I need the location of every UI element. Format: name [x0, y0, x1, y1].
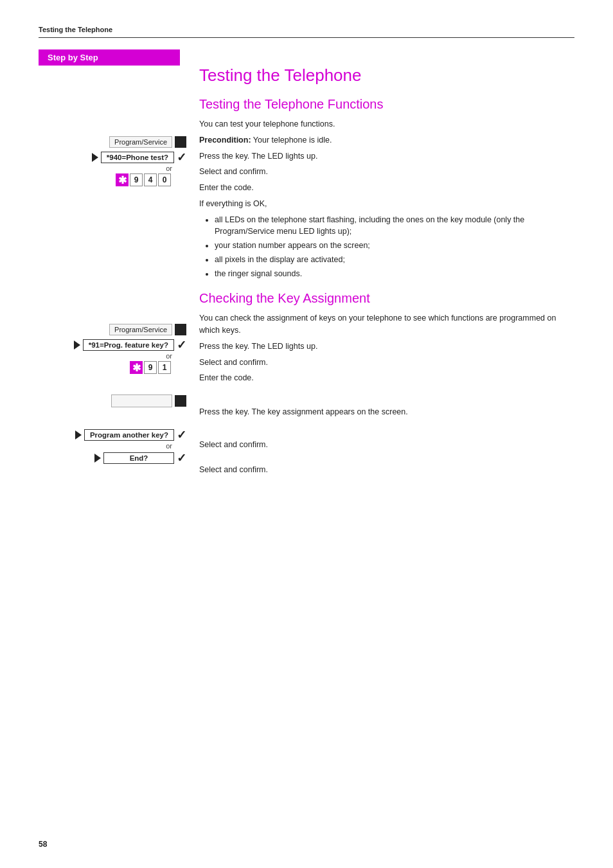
menu-button-940[interactable]: *940=Phone test? — [101, 152, 174, 163]
program-service-button-1[interactable]: Program/Service — [109, 136, 172, 148]
main-layout: Program/Service *940=Phone test? ✓ or ✱ … — [39, 66, 574, 479]
precondition-text: Your telephone is idle. — [253, 136, 332, 145]
right-column: Testing the Telephone Testing the Teleph… — [186, 66, 574, 479]
or-line-2: or — [39, 352, 186, 360]
program-service-row-1: Program/Service — [39, 136, 186, 148]
sub-title-1: Testing the Telephone Functions — [199, 97, 574, 112]
instruction-select-2: Select and confirm. — [199, 357, 574, 369]
end-row: End? ✓ — [39, 451, 186, 465]
menu-button-91[interactable]: *91=Prog. feature key? — [83, 339, 174, 351]
precondition-label: Precondition: — [199, 136, 251, 145]
menu-button-end[interactable]: End? — [103, 452, 174, 464]
check-940: ✓ — [177, 150, 186, 164]
check-91: ✓ — [177, 338, 186, 352]
code-box-0: 0 — [158, 173, 171, 186]
intro-1: You can test your telephone functions. — [199, 118, 574, 130]
led-indicator-3 — [175, 395, 186, 407]
blank-key-box[interactable] — [111, 394, 172, 407]
step-by-step-banner: Step by Step — [39, 49, 180, 66]
bullet-2: your station number appears on the scree… — [215, 240, 574, 252]
menu-button-prog-another[interactable]: Program another key? — [84, 429, 174, 441]
bullet-4: the ringer signal sounds. — [215, 268, 574, 280]
instruction-select-end: Select and confirm. — [199, 464, 574, 476]
sub-title-2: Checking the Key Assignment — [199, 291, 574, 306]
page-header: Testing the Telephone — [39, 26, 574, 38]
led-indicator-2 — [175, 324, 186, 335]
page-number: 58 — [39, 840, 47, 849]
code-box-1: 1 — [158, 361, 171, 374]
page-wrapper: Testing the Telephone Step by Step Progr… — [0, 0, 613, 868]
check-end: ✓ — [177, 451, 186, 465]
code-row-91: ✱ 9 1 — [39, 361, 186, 374]
arrow-940-row: *940=Phone test? ✓ — [39, 150, 186, 164]
arrow-91 — [74, 341, 80, 350]
or-line-3: or — [39, 442, 186, 450]
ok-bullets: all LEDs on the telephone start flashing… — [215, 214, 574, 280]
instruction-press-1: Press the key. The LED lights up. — [199, 150, 574, 163]
program-service-button-2[interactable]: Program/Service — [109, 324, 172, 335]
program-service-row-2: Program/Service — [39, 324, 186, 335]
bullet-3: all pixels in the display are activated; — [215, 254, 574, 266]
instruction-press-key: Press the key. The key assignment appear… — [199, 406, 574, 418]
instruction-enter-code-1: Enter the code. — [199, 182, 574, 194]
led-indicator-1 — [175, 136, 186, 148]
blank-key-row — [39, 394, 186, 407]
main-title: Testing the Telephone — [199, 66, 574, 85]
instruction-press-2: Press the key. The LED lights up. — [199, 341, 574, 353]
or-line-1: or — [39, 164, 186, 172]
checking-section: Checking the Key Assignment You can chec… — [199, 291, 574, 475]
instruction-enter-code-2: Enter the code. — [199, 372, 574, 384]
program-another-key-row: Program another key? ✓ — [39, 428, 186, 442]
if-ok: If everything is OK, — [199, 198, 574, 210]
check-prog-another: ✓ — [177, 428, 186, 442]
precondition: Precondition: Your telephone is idle. — [199, 134, 574, 146]
code-box-asterisk-1: ✱ — [116, 173, 129, 186]
code-box-9-2: 9 — [144, 361, 157, 374]
arrow-91-row: *91=Prog. feature key? ✓ — [39, 338, 186, 352]
arrow-end — [94, 454, 101, 463]
instruction-select-prog: Select and confirm. — [199, 439, 574, 451]
code-box-asterisk-2: ✱ — [130, 361, 143, 374]
arrow-940 — [92, 153, 98, 162]
code-box-4: 4 — [144, 173, 157, 186]
code-row-940: ✱ 9 4 0 — [39, 173, 186, 186]
left-column: Program/Service *940=Phone test? ✓ or ✱ … — [39, 66, 186, 479]
intro-2: You can check the assignment of keys on … — [199, 312, 574, 337]
bullet-1: all LEDs on the telephone start flashing… — [215, 214, 574, 238]
instruction-select-1: Select and confirm. — [199, 166, 574, 178]
arrow-prog-another — [75, 430, 82, 439]
page-header-title: Testing the Telephone — [39, 26, 112, 33]
code-box-9-1: 9 — [130, 173, 143, 186]
